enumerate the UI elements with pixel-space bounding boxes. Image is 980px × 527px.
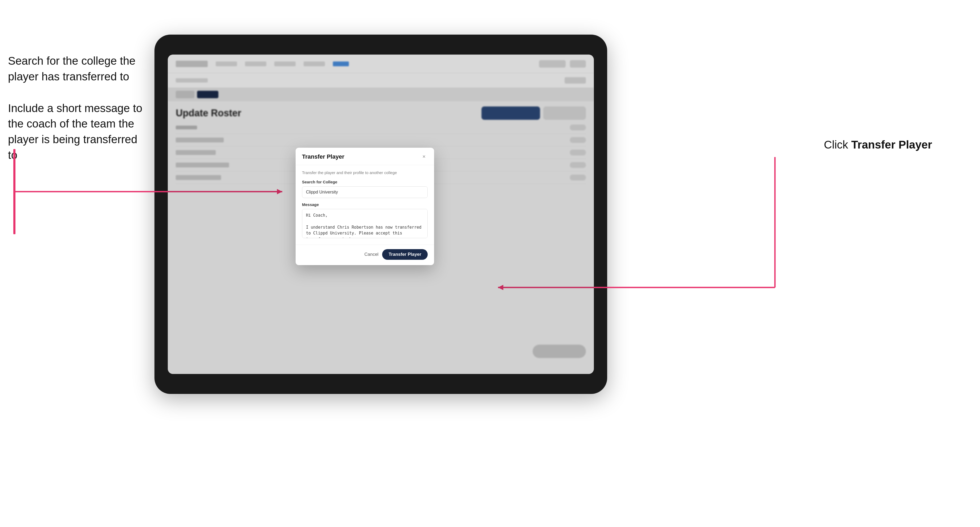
left-annotations: Search for the college the player has tr… bbox=[8, 53, 146, 163]
modal-title: Transfer Player bbox=[302, 153, 344, 160]
tablet-screen: Update Roster bbox=[168, 55, 594, 374]
cancel-button[interactable]: Cancel bbox=[364, 252, 379, 257]
annotation-text-2: Include a short message to the coach of … bbox=[8, 101, 146, 163]
search-college-label: Search for College bbox=[302, 179, 428, 184]
tablet-device: Update Roster bbox=[154, 35, 607, 394]
message-label: Message bbox=[302, 202, 428, 207]
modal-header: Transfer Player × bbox=[296, 148, 434, 165]
search-college-input[interactable] bbox=[302, 186, 428, 198]
modal-overlay: Transfer Player × Transfer the player an… bbox=[168, 55, 594, 374]
modal-body: Transfer the player and their profile to… bbox=[296, 165, 434, 244]
modal-footer: Cancel Transfer Player bbox=[296, 244, 434, 265]
annotation-text-1: Search for the college the player has tr… bbox=[8, 53, 146, 85]
modal-description: Transfer the player and their profile to… bbox=[302, 170, 428, 175]
modal-close-button[interactable]: × bbox=[420, 153, 428, 160]
right-annotation: Click Transfer Player bbox=[824, 138, 932, 151]
transfer-player-button[interactable]: Transfer Player bbox=[382, 249, 428, 260]
message-textarea[interactable] bbox=[302, 209, 428, 238]
transfer-player-modal[interactable]: Transfer Player × Transfer the player an… bbox=[296, 148, 434, 265]
